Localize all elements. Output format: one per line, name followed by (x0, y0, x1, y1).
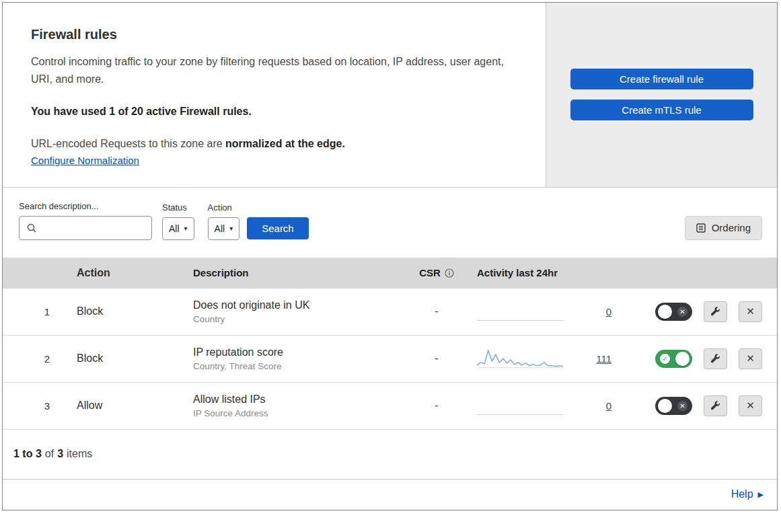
delete-rule-button[interactable]: ✕ (739, 301, 762, 322)
rule-activity-cell: 0 (467, 299, 642, 325)
header-csr-label: CSR (419, 267, 441, 278)
items-range: 1 to 3 (13, 448, 42, 460)
normalization-note: URL-encoded Requests to this zone are no… (31, 138, 519, 150)
table-header: Action Description CSR Activity last 24h… (3, 258, 777, 289)
usage-summary: You have used 1 of 20 active Firewall ru… (31, 106, 519, 118)
action-label: Action (208, 202, 240, 213)
rule-description: Allow listed IPs (193, 393, 406, 406)
delete-rule-button[interactable]: ✕ (739, 395, 762, 416)
normalization-note-text: URL-encoded Requests to this zone are (31, 138, 223, 149)
table-row: 3 Allow Allow listed IPs IP Source Addre… (3, 383, 777, 430)
table-row: 1 Block Does not originate in UK Country… (3, 289, 777, 336)
normalization-note-bold: normalized at the edge. (225, 138, 345, 149)
header-csr: CSR (406, 267, 467, 278)
filter-bar: Search description... Status All ▾ Actio… (3, 188, 777, 258)
rule-enabled-toggle[interactable]: ✓ ✕ (655, 350, 692, 368)
info-icon[interactable] (445, 268, 454, 278)
items-label: items (67, 448, 92, 460)
actions-panel: Create firewall rule Create mTLS rule (546, 3, 777, 187)
status-select-value: All (169, 223, 180, 234)
page-header: Firewall rules Control incoming traffic … (3, 3, 777, 188)
rule-action: Block (67, 352, 184, 365)
close-icon: ✕ (746, 305, 755, 317)
rule-csr: - (406, 352, 467, 365)
activity-count-link[interactable]: 111 (596, 353, 611, 365)
activity-sparkline-empty (477, 393, 563, 415)
rule-enabled-toggle[interactable]: ✓ ✕ (655, 397, 692, 415)
toggle-knob (658, 305, 672, 319)
rule-activity-cell: 0 (467, 393, 642, 419)
x-icon: ✕ (677, 307, 687, 317)
toggle-knob (675, 352, 690, 366)
items-summary: 1 to 3 of 3 items (3, 430, 777, 480)
rule-enabled-toggle[interactable]: ✓ ✕ (655, 303, 692, 321)
x-icon: ✕ (677, 401, 687, 411)
search-input-wrapper (19, 216, 152, 240)
rule-description-cell: Does not originate in UK Country (184, 299, 406, 324)
activity-sparkline-empty (477, 299, 563, 321)
status-label: Status (162, 202, 194, 213)
delete-rule-button[interactable]: ✕ (739, 348, 762, 369)
header-activity: Activity last 24hr (467, 267, 642, 278)
activity-count-link[interactable]: 0 (606, 306, 611, 317)
search-icon (26, 223, 37, 233)
firewall-rules-page: Firewall rules Control incoming traffic … (2, 2, 778, 510)
status-filter-group: Status All ▾ (162, 202, 194, 240)
ordering-button[interactable]: Ordering (685, 216, 762, 240)
toggle-knob (658, 399, 672, 413)
ordering-list-icon (696, 223, 706, 233)
search-group: Search description... (19, 201, 152, 240)
rule-description: Does not originate in UK (193, 299, 406, 311)
check-icon: ✓ (660, 354, 670, 364)
rule-priority: 3 (3, 400, 67, 412)
activity-sparkline-line (477, 350, 563, 367)
rule-csr: - (406, 305, 467, 317)
create-mtls-rule-button[interactable]: Create mTLS rule (570, 100, 753, 120)
ordering-button-label: Ordering (712, 222, 751, 233)
action-select[interactable]: All ▾ (208, 217, 240, 240)
wrench-icon (710, 307, 720, 317)
edit-rule-button[interactable] (704, 395, 727, 416)
header-description: Description (184, 267, 406, 278)
help-row: Help ▶ (3, 480, 777, 510)
chevron-down-icon: ▾ (184, 225, 188, 232)
help-arrow-icon: ▶ (758, 490, 764, 499)
edit-rule-button[interactable] (704, 301, 727, 322)
rule-controls: ✓ ✕ ✕ (642, 301, 777, 322)
search-label: Search description... (19, 201, 152, 211)
edit-rule-button[interactable] (704, 348, 727, 369)
search-input[interactable] (42, 222, 145, 234)
activity-sparkline (477, 345, 563, 372)
create-firewall-rule-button[interactable]: Create firewall rule (570, 69, 753, 89)
rule-action: Allow (67, 400, 184, 412)
chevron-down-icon: ▾ (229, 225, 233, 232)
rule-fields: Country (193, 314, 406, 324)
action-filter-group: Action All ▾ (208, 202, 240, 240)
rule-activity-cell: 111 (467, 345, 642, 372)
rule-fields: Country, Threat Score (193, 361, 406, 371)
rule-description-cell: Allow listed IPs IP Source Address (184, 393, 406, 418)
rule-priority: 2 (3, 353, 67, 365)
items-of: of (45, 448, 54, 460)
page-description: Control incoming traffic to your zone by… (31, 53, 519, 88)
activity-count-link[interactable]: 0 (606, 400, 611, 412)
rule-description: IP reputation score (193, 346, 406, 358)
wrench-icon (710, 354, 720, 364)
page-title: Firewall rules (31, 27, 519, 42)
rule-description-cell: IP reputation score Country, Threat Scor… (184, 346, 406, 371)
status-select[interactable]: All ▾ (162, 217, 194, 240)
wrench-icon (710, 401, 720, 411)
configure-normalization-link[interactable]: Configure Normalization (31, 155, 139, 166)
items-total: 3 (57, 448, 63, 460)
close-icon: ✕ (746, 352, 755, 365)
rule-fields: IP Source Address (193, 408, 406, 418)
rule-csr: - (406, 400, 467, 412)
search-button[interactable]: Search (247, 217, 309, 239)
rule-priority: 1 (3, 306, 67, 317)
close-icon: ✕ (746, 400, 755, 412)
help-link[interactable]: Help (731, 488, 753, 500)
rule-controls: ✓ ✕ ✕ (642, 395, 777, 416)
header-action: Action (67, 267, 184, 279)
rule-action: Block (67, 305, 184, 317)
table-row: 2 Block IP reputation score Country, Thr… (3, 336, 777, 383)
